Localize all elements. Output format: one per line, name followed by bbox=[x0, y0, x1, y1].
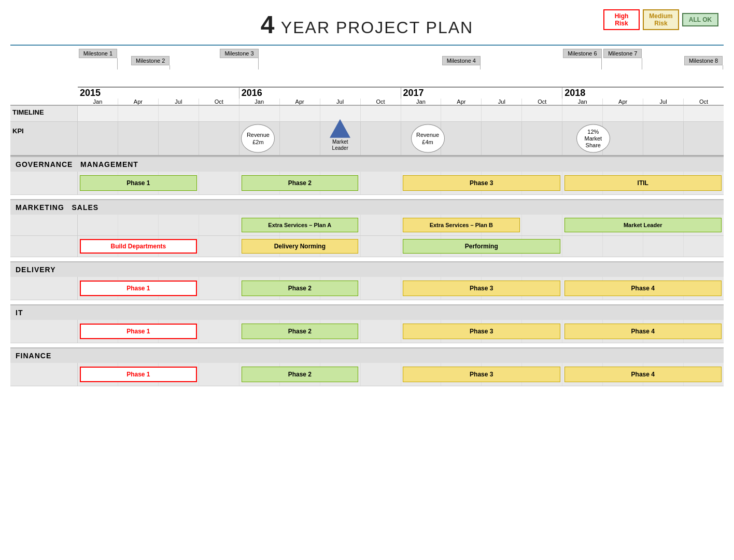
milestone-4: Milestone 4 bbox=[461, 56, 500, 69]
finance-row-1: Phase 1 Phase 2 Phase 3 Phase 4 bbox=[10, 363, 724, 386]
fin-phase4-bar: Phase 4 bbox=[564, 367, 722, 382]
month-jul-2018: Jul bbox=[643, 99, 684, 105]
governance-header: GOVERNANCE MANAGEMENT bbox=[10, 156, 724, 172]
it-section: IT Phase 1 Phase 2 bbox=[10, 304, 724, 343]
governance-rows: Phase 1 Phase 2 Phase 3 ITIL bbox=[10, 172, 724, 195]
year-2017: 2017 bbox=[401, 88, 562, 99]
it-phase4-bar: Phase 4 bbox=[564, 324, 722, 339]
market-leader-bar: Market Leader bbox=[564, 218, 722, 232]
it-row-1: Phase 1 Phase 2 Phase 3 Phase 4 bbox=[10, 320, 724, 343]
main-page: 4 YEAR PROJECT PLAN HighRisk MediumRisk … bbox=[0, 0, 734, 560]
month-oct-2018: Oct bbox=[684, 99, 724, 105]
milestone-7: Milestone 7 bbox=[623, 49, 661, 69]
legend: HighRisk MediumRisk ALL OK bbox=[603, 9, 718, 30]
milestone-8: Milestone 8 bbox=[703, 56, 734, 69]
finance-section: FINANCE Phase 1 Phase 2 bbox=[10, 347, 724, 386]
month-oct-2016: Oct bbox=[361, 99, 401, 105]
kpi-row: KPI Revenue£2m MarketLeader bbox=[10, 121, 724, 156]
kpi-revenue-2m: Revenue£2m bbox=[241, 124, 275, 153]
marketing-section: MARKETING SALES bbox=[10, 199, 724, 257]
marketing-rows: Extra Services – Plan A Extra Services –… bbox=[10, 215, 724, 257]
header-divider bbox=[10, 45, 724, 46]
fin-phase2-bar: Phase 2 bbox=[242, 367, 359, 382]
del-phase4-bar: Phase 4 bbox=[564, 281, 722, 296]
delivery-row-1: Phase 1 Phase 2 Phase 3 Phase 4 bbox=[10, 277, 724, 300]
governance-row-1: Phase 1 Phase 2 Phase 3 ITIL bbox=[10, 172, 724, 195]
month-jan-2017: Jan bbox=[401, 99, 442, 105]
month-jan-2015: Jan bbox=[78, 99, 118, 105]
fin-phase3-bar: Phase 3 bbox=[403, 367, 560, 382]
gov-itil-bar: ITIL bbox=[564, 175, 722, 191]
marketing-header: MARKETING SALES bbox=[10, 199, 724, 215]
timeline-label: TIMELINE bbox=[10, 106, 78, 121]
header: 4 YEAR PROJECT PLAN HighRisk MediumRisk … bbox=[10, 5, 724, 41]
it-phase3-bar: Phase 3 bbox=[403, 324, 560, 339]
gov-phase3-bar: Phase 3 bbox=[403, 175, 560, 191]
years-row: 2015 2016 2017 2018 bbox=[78, 87, 724, 99]
month-jul-2017: Jul bbox=[482, 99, 522, 105]
month-jul-2015: Jul bbox=[159, 99, 199, 105]
it-rows: Phase 1 Phase 2 Phase 3 Phase 4 bbox=[10, 320, 724, 343]
del-phase1-bar: Phase 1 bbox=[80, 281, 197, 296]
milestone-2: Milestone 2 bbox=[150, 56, 189, 69]
milestones-area: Milestone 1 Milestone 2 Milestone 3 Mile… bbox=[78, 48, 724, 87]
performing-bar: Performing bbox=[403, 239, 560, 254]
kpi-label: KPI bbox=[10, 122, 78, 155]
governance-section: GOVERNANCE MANAGEMENT bbox=[10, 156, 724, 195]
delivery-rows: Phase 1 Phase 2 Phase 3 Phase 4 bbox=[10, 277, 724, 300]
milestone-3: Milestone 3 bbox=[239, 49, 278, 69]
month-jan-2016: Jan bbox=[239, 99, 280, 105]
del-phase3-bar: Phase 3 bbox=[403, 281, 560, 296]
month-apr-2018: Apr bbox=[603, 99, 643, 105]
timeline-row: TIMELINE bbox=[10, 105, 724, 121]
gov-phase2-bar: Phase 2 bbox=[242, 175, 359, 191]
del-phase2-bar: Phase 2 bbox=[242, 281, 359, 296]
kpi-market-share: 12%MarketShare bbox=[576, 124, 610, 153]
high-risk-legend: HighRisk bbox=[603, 9, 640, 30]
year-2015: 2015 bbox=[78, 88, 239, 99]
it-phase2-bar: Phase 2 bbox=[242, 324, 359, 339]
month-jul-2016: Jul bbox=[320, 99, 361, 105]
marketing-row-2: Build Departments Delivery Norming Perfo… bbox=[10, 236, 724, 257]
gov-phase1-bar: Phase 1 bbox=[80, 175, 197, 191]
year-2016: 2016 bbox=[239, 88, 401, 99]
finance-rows: Phase 1 Phase 2 Phase 3 Phase 4 bbox=[10, 363, 724, 386]
build-depts-bar: Build Departments bbox=[80, 239, 197, 254]
month-oct-2015: Oct bbox=[199, 99, 239, 105]
delivery-norming-bar: Delivery Norming bbox=[242, 239, 359, 254]
medium-risk-legend: MediumRisk bbox=[643, 9, 679, 30]
extra-plan-a-bar: Extra Services – Plan A bbox=[242, 218, 359, 232]
extra-plan-b-bar: Extra Services – Plan B bbox=[403, 218, 520, 232]
marketing-row-1: Extra Services – Plan A Extra Services –… bbox=[10, 215, 724, 236]
delivery-section: DELIVERY Phase 1 Phase 2 bbox=[10, 261, 724, 300]
fin-phase1-bar: Phase 1 bbox=[80, 367, 197, 382]
month-apr-2017: Apr bbox=[441, 99, 482, 105]
it-phase1-bar: Phase 1 bbox=[80, 324, 197, 339]
months-row: Jan Apr Jul Oct Jan Apr Jul Oct Jan Apr … bbox=[78, 99, 724, 105]
month-apr-2015: Apr bbox=[118, 99, 159, 105]
delivery-header: DELIVERY bbox=[10, 261, 724, 277]
it-header: IT bbox=[10, 304, 724, 320]
kpi-market-leader: MarketLeader bbox=[330, 119, 350, 151]
month-oct-2017: Oct bbox=[522, 99, 562, 105]
year-2018: 2018 bbox=[562, 88, 724, 99]
month-jan-2018: Jan bbox=[562, 99, 603, 105]
kpi-revenue-4m: Revenue£4m bbox=[411, 124, 445, 153]
all-ok-legend: ALL OK bbox=[682, 13, 718, 26]
month-apr-2016: Apr bbox=[280, 99, 320, 105]
finance-header: FINANCE bbox=[10, 347, 724, 363]
